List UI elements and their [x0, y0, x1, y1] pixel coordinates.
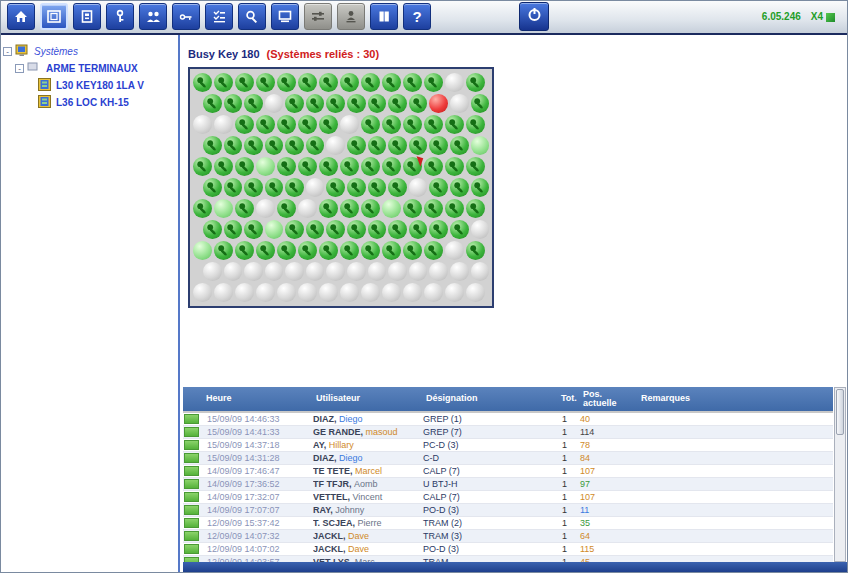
key-slot-occupied[interactable] — [465, 240, 486, 261]
key-slot-empty[interactable] — [264, 93, 285, 114]
key-slot-occupied[interactable] — [381, 156, 402, 177]
key-slot-empty[interactable] — [202, 261, 223, 282]
key-slot-empty[interactable] — [297, 282, 318, 303]
table-scrollbar[interactable] — [834, 387, 846, 562]
key-slot-occupied[interactable] — [325, 177, 346, 198]
key-slot-empty[interactable] — [408, 261, 429, 282]
key-slot-occupied[interactable] — [223, 219, 244, 240]
key-slot-occupied[interactable] — [202, 219, 223, 240]
table-row[interactable]: 15/09/09 14:41:33GE RANDE, masoudGREP (7… — [183, 426, 833, 439]
key-slot-empty[interactable] — [367, 261, 388, 282]
key-slot-occupied[interactable] — [339, 240, 360, 261]
key-slot-highlight[interactable] — [381, 198, 402, 219]
key-slot-highlight[interactable] — [213, 198, 234, 219]
table-row[interactable]: 15/09/09 14:31:28DIAZ, DiegoC-D184 — [183, 452, 833, 465]
key-slot-occupied[interactable] — [243, 135, 264, 156]
key-slot-occupied[interactable] — [367, 135, 388, 156]
key-slot-occupied[interactable] — [360, 240, 381, 261]
key-slot-occupied[interactable] — [223, 93, 244, 114]
key-slot-empty[interactable] — [339, 282, 360, 303]
key-slot-occupied[interactable] — [465, 72, 486, 93]
key-slot-empty[interactable] — [284, 261, 305, 282]
key-slot-occupied[interactable] — [318, 240, 339, 261]
scrollbar-thumb[interactable] — [836, 389, 844, 435]
key-slot-empty[interactable] — [192, 114, 213, 135]
key-slot-empty[interactable] — [223, 261, 244, 282]
key-slot-highlight[interactable] — [264, 219, 285, 240]
key-slot-empty[interactable] — [305, 177, 326, 198]
key-slot-occupied[interactable] — [346, 177, 367, 198]
key-slot-empty[interactable] — [444, 72, 465, 93]
table-row[interactable]: 15/09/09 14:46:33DIAZ, DiegoGREP (1)140 — [183, 413, 833, 426]
key-slot-occupied[interactable] — [297, 240, 318, 261]
search-button[interactable] — [238, 3, 266, 30]
key-slot-empty[interactable] — [213, 282, 234, 303]
key-slot-occupied[interactable] — [339, 156, 360, 177]
key-slot-empty[interactable] — [234, 282, 255, 303]
key-slot-occupied[interactable] — [202, 177, 223, 198]
key-slot-occupied[interactable] — [449, 135, 470, 156]
users-button[interactable] — [139, 3, 167, 30]
key-slot-occupied[interactable] — [444, 114, 465, 135]
key-slot-empty[interactable] — [428, 261, 449, 282]
key-slot-occupied[interactable] — [381, 240, 402, 261]
key-button[interactable] — [106, 3, 134, 30]
tree-toggle[interactable]: - — [3, 47, 12, 56]
key-slot-occupied[interactable] — [284, 135, 305, 156]
key-slot-occupied[interactable] — [449, 219, 470, 240]
key-slot-occupied[interactable] — [243, 177, 264, 198]
key-slot-occupied[interactable] — [234, 114, 255, 135]
manual-book-button[interactable] — [370, 3, 398, 30]
key-slot-occupied[interactable] — [318, 198, 339, 219]
key-slot-occupied[interactable] — [408, 219, 429, 240]
table-row[interactable]: 15/09/09 14:37:18AY, HillaryPC-D (3)178 — [183, 439, 833, 452]
key-slot-occupied[interactable] — [428, 135, 449, 156]
terminal-button[interactable] — [271, 3, 299, 30]
table-row[interactable]: 14/09/09 17:46:47TE TETE, MarcelCALP (7)… — [183, 465, 833, 478]
key-slot-empty[interactable] — [276, 282, 297, 303]
key-slot-empty[interactable] — [387, 261, 408, 282]
key-slot-flagged[interactable] — [402, 156, 423, 177]
key-slot-occupied[interactable] — [234, 72, 255, 93]
tree-node-3[interactable]: L36 LOC KH-15 — [37, 95, 176, 109]
key-slot-occupied[interactable] — [297, 114, 318, 135]
power-button[interactable] — [519, 2, 549, 31]
key-slot-occupied[interactable] — [297, 156, 318, 177]
key-slot-occupied[interactable] — [346, 219, 367, 240]
key-slot-highlight[interactable] — [255, 156, 276, 177]
key-slot-occupied[interactable] — [381, 114, 402, 135]
key-slot-empty[interactable] — [297, 198, 318, 219]
key-slot-empty[interactable] — [213, 114, 234, 135]
key-slot-occupied[interactable] — [202, 93, 223, 114]
key-slot-occupied[interactable] — [284, 177, 305, 198]
key-slot-occupied[interactable] — [428, 177, 449, 198]
key-slot-occupied[interactable] — [255, 240, 276, 261]
key-slot-occupied[interactable] — [297, 72, 318, 93]
key-slot-occupied[interactable] — [223, 177, 244, 198]
key-slot-occupied[interactable] — [264, 135, 285, 156]
key-slot-occupied[interactable] — [234, 240, 255, 261]
key-slot-occupied[interactable] — [192, 156, 213, 177]
key-slot-occupied[interactable] — [339, 72, 360, 93]
key-slot-occupied[interactable] — [305, 93, 326, 114]
key-slot-occupied[interactable] — [423, 156, 444, 177]
checklist-button[interactable] — [205, 3, 233, 30]
table-row[interactable]: 12/09/09 15:37:42T. SCJEA, PierreTRAM (2… — [183, 517, 833, 530]
key-slot-occupied[interactable] — [444, 156, 465, 177]
key-slot-empty[interactable] — [465, 282, 486, 303]
key-slot-occupied[interactable] — [360, 114, 381, 135]
key-slot-empty[interactable] — [243, 261, 264, 282]
key-slot-occupied[interactable] — [381, 72, 402, 93]
key-slot-occupied[interactable] — [318, 156, 339, 177]
key-slot-empty[interactable] — [470, 261, 491, 282]
key-slot-empty[interactable] — [318, 282, 339, 303]
key-slot-occupied[interactable] — [423, 240, 444, 261]
key-slot-empty[interactable] — [408, 177, 429, 198]
key-slot-empty[interactable] — [346, 261, 367, 282]
key-slot-occupied[interactable] — [470, 177, 491, 198]
key-slot-occupied[interactable] — [243, 219, 264, 240]
key-slot-occupied[interactable] — [465, 198, 486, 219]
key-slot-occupied[interactable] — [444, 198, 465, 219]
key-slot-empty[interactable] — [325, 261, 346, 282]
key-slot-empty[interactable] — [423, 282, 444, 303]
